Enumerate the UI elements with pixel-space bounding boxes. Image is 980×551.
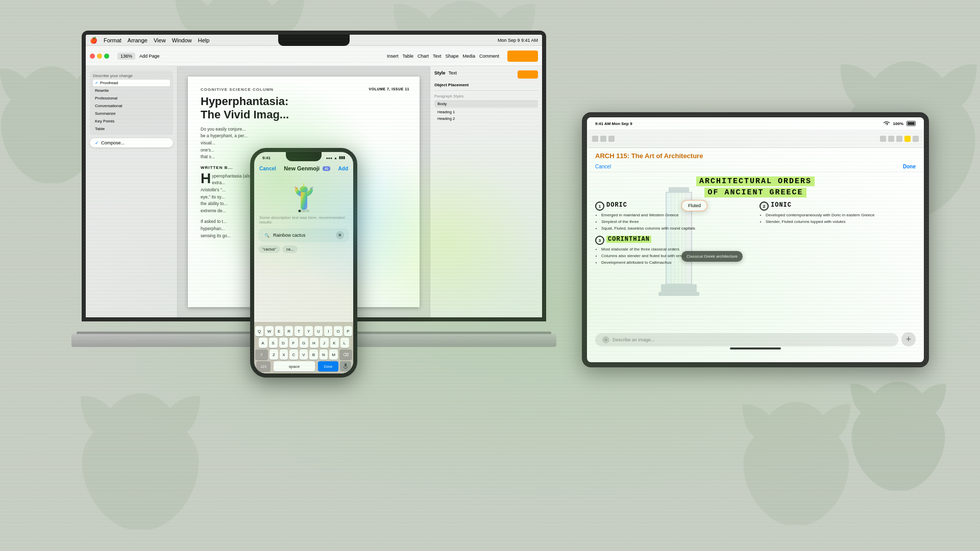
key-t[interactable]: T (295, 326, 303, 336)
sidebar-style-label[interactable]: Style (434, 70, 446, 79)
toolbar-icon-edit[interactable] (913, 136, 919, 142)
ipad-body: 9:41 AM Mon Sep 9 100% (582, 112, 929, 367)
ionic-num: 2 (760, 202, 769, 211)
pages-sidebar-left: Describe your change ✓ Proofread Rewrite… (86, 66, 178, 317)
key-x[interactable]: X (280, 349, 288, 360)
toolbar-comment[interactable]: Comment (479, 54, 499, 59)
key-m[interactable]: M (329, 349, 338, 360)
key-row-3: ⇧ Z X C V B N M ⌫ (255, 349, 352, 360)
ionic-section: 2 IONIC Developed contemporaneously with… (760, 202, 916, 232)
toolbar-icon-star[interactable] (904, 136, 911, 142)
describe-image-btn[interactable]: Describe an image... (595, 333, 898, 346)
key-c[interactable]: C (289, 349, 298, 360)
search-result[interactable]: 🔍 Rainbow cactus ✕ (258, 228, 349, 242)
toolbar-chart[interactable]: Chart (418, 54, 429, 59)
key-d[interactable]: D (279, 338, 288, 348)
toolbar-icon-share[interactable] (880, 136, 886, 142)
toolbar-shape[interactable]: Shape (445, 54, 458, 59)
iphone-screen: 9:41 ●●● ▲ ▮▮▮ Cancel New Genmoji AI Add (254, 152, 353, 373)
key-b[interactable]: B (309, 349, 318, 360)
key-space[interactable]: space (274, 361, 315, 371)
key-a[interactable]: A (259, 338, 267, 348)
menu-window[interactable]: Window (172, 37, 192, 43)
doric-section: 1 DORIC Emerged in mainland and Western … (595, 202, 751, 232)
toolbar-icon-1[interactable] (592, 136, 598, 142)
menu-help[interactable]: Help (198, 37, 210, 43)
result-action-btn[interactable]: ✕ (336, 231, 344, 239)
compose-button[interactable]: Compose... (101, 140, 125, 145)
menu-format[interactable]: Format (104, 37, 121, 43)
cancel-btn[interactable]: Cancel (259, 166, 276, 171)
signal-icon: ●●● (326, 156, 332, 160)
key-delete[interactable]: ⌫ (339, 349, 352, 360)
macbook-notch (278, 35, 350, 46)
zoom-level[interactable]: 136% (117, 53, 135, 60)
toolbar-table[interactable]: Table (402, 54, 413, 59)
key-k[interactable]: K (330, 338, 339, 348)
key-l[interactable]: L (340, 338, 349, 348)
doric-bullet-1: Emerged in mainland and Western Greece (601, 212, 751, 219)
ionic-bullet-2: Slender, Fluted columns topped with volu… (766, 219, 916, 226)
key-s[interactable]: S (269, 338, 278, 348)
toolbar-icon-2[interactable] (600, 136, 606, 142)
key-w[interactable]: W (265, 326, 273, 336)
orders-row-1: 1 DORIC Emerged in mainland and Western … (595, 202, 916, 232)
key-v[interactable]: V (300, 349, 308, 360)
key-r[interactable]: R (285, 326, 293, 336)
keyboard[interactable]: Q W E R T Y U I O P A S D F (254, 322, 353, 373)
menu-arrange[interactable]: Arrange (128, 37, 148, 43)
wifi-icon: ▲ (334, 156, 337, 160)
toolbar-icon-3[interactable] (608, 136, 615, 142)
key-z[interactable]: Z (270, 349, 278, 360)
key-p[interactable]: P (344, 326, 352, 336)
toolbar-icon-more[interactable] (896, 136, 902, 142)
doric-bullets: Emerged in mainland and Western Greece S… (595, 212, 751, 232)
pill-cactus[interactable]: "cactus" (258, 245, 280, 253)
key-n[interactable]: N (320, 349, 328, 360)
key-h[interactable]: H (310, 338, 318, 348)
apple-logo: 🍎 (90, 37, 97, 44)
key-e[interactable]: E (275, 326, 283, 336)
ipad-battery-text: 100% (893, 121, 903, 126)
key-row-4: 123 space Done (255, 361, 352, 371)
key-return[interactable]: Done (318, 361, 338, 371)
corinthian-num: 3 (595, 236, 604, 245)
toolbar-insert[interactable]: Insert (387, 54, 399, 59)
ipad-cancel-btn[interactable]: Cancel (595, 164, 611, 169)
key-mic[interactable] (340, 361, 351, 371)
ipad-title: ARCH 115: The Art of Architecture (587, 148, 924, 162)
menu-view[interactable]: View (154, 37, 166, 43)
ipad-done-btn[interactable]: Done (903, 164, 916, 169)
key-f[interactable]: F (289, 338, 298, 348)
toolbar-text[interactable]: Text (433, 54, 442, 59)
add-btn[interactable]: Add (338, 166, 348, 171)
key-i[interactable]: I (324, 326, 332, 336)
pill-ca[interactable]: ca... (282, 245, 298, 253)
ipad-action-bar: Cancel Done (587, 162, 924, 172)
key-q[interactable]: Q (255, 326, 263, 336)
key-y[interactable]: Y (305, 326, 313, 336)
iphone: 9:41 ●●● ▲ ▮▮▮ Cancel New Genmoji AI Add (250, 148, 357, 378)
sidebar-text-label[interactable]: Text (449, 70, 457, 79)
home-bar (730, 347, 781, 349)
battery-icon: ▮▮▮ (339, 156, 345, 160)
ipad-screen: 9:41 AM Mon Sep 9 100% (587, 117, 924, 362)
description-hint: Some description text was here, recommen… (254, 214, 353, 226)
key-numbers[interactable]: 123 (256, 361, 271, 371)
corinthian-name: CORINTHIAN (606, 236, 651, 243)
toolbar-icon-pencil[interactable] (888, 136, 894, 142)
add-content-btn[interactable]: + (901, 332, 916, 346)
add-page-btn[interactable]: Add Page (139, 54, 160, 59)
pages-sidebar-right: Style Text Object Placement Paragraph St… (430, 66, 542, 317)
iphone-body: 9:41 ●●● ▲ ▮▮▮ Cancel New Genmoji AI Add (250, 148, 357, 378)
key-j[interactable]: J (320, 338, 329, 348)
key-u[interactable]: U (314, 326, 323, 336)
key-g[interactable]: G (300, 338, 308, 348)
key-row-1: Q W E R T Y U I O P (255, 326, 352, 336)
key-shift[interactable]: ⇧ (255, 349, 268, 360)
iphone-notch (286, 152, 322, 161)
toolbar-media[interactable]: Media (462, 54, 475, 59)
corinthian-section: 3 CORINTHIAN Most elaborate of the three… (595, 236, 916, 266)
doric-bullet-2: Simplest of the three (601, 219, 751, 226)
key-o[interactable]: O (334, 326, 342, 336)
